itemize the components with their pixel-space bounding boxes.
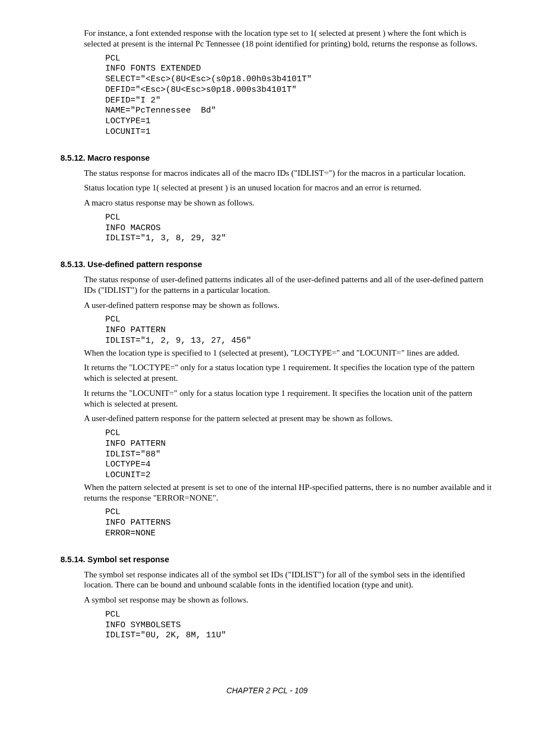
symbol-paragraph-1: The symbol set response indicates all of… [84,570,495,591]
pattern-paragraph-1: The status response of user-defined patt… [84,274,495,296]
macro-paragraph-1: The status response for macros indicates… [84,168,495,179]
code-macro: PCL INFO MACROS IDLIST="1, 3, 8, 29, 32" [105,213,495,244]
code-pattern-3: PCL INFO PATTERNS ERROR=NONE [105,507,495,539]
code-pattern-2: PCL INFO PATTERN IDLIST="88" LOCTYPE=4 L… [105,428,495,481]
code-font-extended: PCL INFO FONTS EXTENDED SELECT="<Esc>(8U… [105,54,495,138]
pattern-paragraph-6: A user-defined pattern response for the … [84,413,495,424]
page-footer: CHAPTER 2 PCL - 109 [39,686,495,695]
macro-paragraph-2: Status location type 1( selected at pres… [84,183,495,193]
symbol-paragraph-2: A symbol set response may be shown as fo… [84,595,495,605]
pattern-paragraph-4: It returns the "LOCTYPE=" only for a sta… [84,362,495,384]
pattern-paragraph-2: A user-defined pattern response may be s… [84,300,495,311]
heading-macro-response: 8.5.12. Macro response [60,153,495,162]
code-symbol: PCL INFO SYMBOLSETS IDLIST="0U, 2K, 8M, … [105,610,495,641]
heading-pattern-response: 8.5.13. Use-defined pattern response [60,260,495,269]
macro-paragraph-3: A macro status response may be shown as … [84,198,495,208]
pattern-paragraph-5: It returns the "LOCUNIT=" only for a sta… [84,388,495,409]
code-pattern-1: PCL INFO PATTERN IDLIST="1, 2, 9, 13, 27… [105,315,495,346]
pattern-paragraph-3: When the location type is specified to 1… [84,348,495,358]
pattern-paragraph-7: When the pattern selected at present is … [84,482,495,503]
intro-paragraph: For instance, a font extended response w… [84,28,495,49]
heading-symbol-set-response: 8.5.14. Symbol set response [60,555,495,564]
document-page: For instance, a font extended response w… [0,0,534,717]
